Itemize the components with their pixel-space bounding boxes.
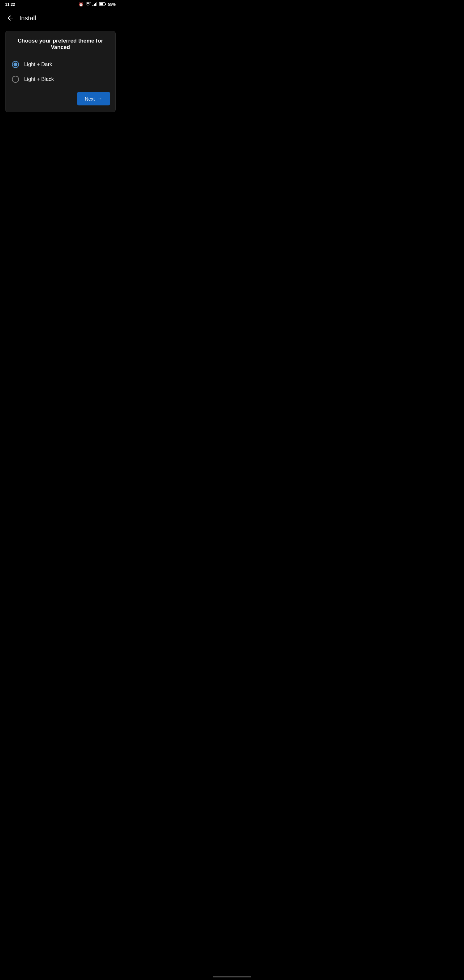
status-time: 11:22 <box>5 2 15 7</box>
option-light-black-label: Light + Black <box>24 76 54 82</box>
option-light-dark[interactable]: Light + Dark <box>11 57 110 72</box>
signal-icon <box>92 2 97 7</box>
status-icons: ⏰ 55% <box>79 2 116 7</box>
back-button[interactable] <box>5 13 16 23</box>
page-title: Install <box>19 14 36 22</box>
radio-light-dark[interactable] <box>12 61 19 68</box>
option-light-black[interactable]: Light + Black <box>11 72 110 87</box>
card-title: Choose your preferred theme for Vanced <box>11 38 110 51</box>
alarm-icon: ⏰ <box>79 2 83 7</box>
next-btn-row: Next → <box>11 92 110 105</box>
next-button-label: Next <box>85 96 95 102</box>
svg-rect-3 <box>96 2 97 6</box>
svg-rect-1 <box>94 4 95 6</box>
status-bar: 11:22 ⏰ 55% <box>0 0 121 9</box>
battery-percent: 55% <box>108 2 116 7</box>
svg-rect-6 <box>99 3 103 5</box>
svg-rect-2 <box>95 3 96 6</box>
battery-icon <box>99 2 106 7</box>
radio-light-black[interactable] <box>12 76 19 83</box>
next-arrow-icon: → <box>97 96 102 102</box>
top-app-bar: Install <box>0 9 121 27</box>
content-area: Choose your preferred theme for Vanced L… <box>0 27 121 116</box>
wifi-icon <box>86 2 91 7</box>
option-light-dark-label: Light + Dark <box>24 62 52 67</box>
theme-card: Choose your preferred theme for Vanced L… <box>5 31 116 112</box>
svg-rect-5 <box>105 3 106 5</box>
next-button[interactable]: Next → <box>77 92 110 105</box>
svg-rect-0 <box>92 5 94 6</box>
